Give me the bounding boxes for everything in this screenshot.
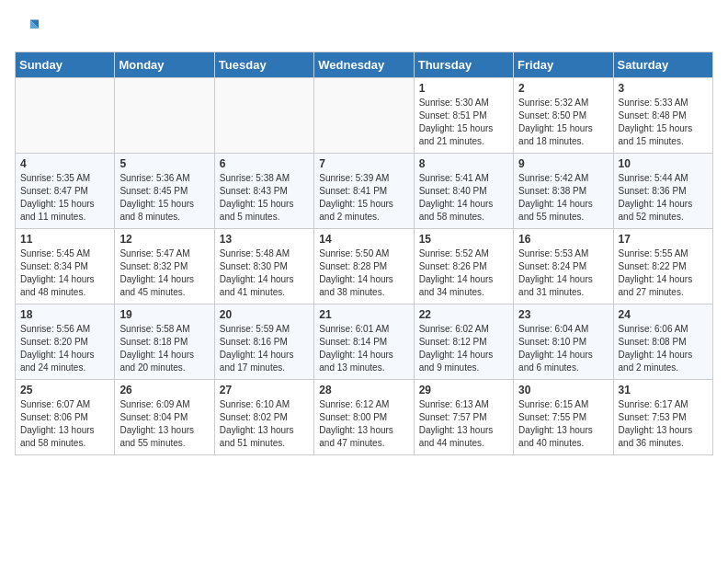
calendar-cell xyxy=(314,78,414,154)
calendar-cell: 4Sunrise: 5:35 AM Sunset: 8:47 PM Daylig… xyxy=(16,154,115,229)
weekday-header: Thursday xyxy=(414,52,513,78)
day-number: 1 xyxy=(419,82,508,95)
page-header xyxy=(15,15,713,40)
calendar-cell: 22Sunrise: 6:02 AM Sunset: 8:12 PM Dayli… xyxy=(414,304,513,380)
day-number: 13 xyxy=(220,233,309,246)
calendar-cell: 28Sunrise: 6:12 AM Sunset: 8:00 PM Dayli… xyxy=(314,380,414,455)
day-number: 8 xyxy=(419,157,508,170)
day-info: Sunrise: 5:50 AM Sunset: 8:28 PM Dayligh… xyxy=(319,247,408,299)
calendar-cell: 31Sunrise: 6:17 AM Sunset: 7:53 PM Dayli… xyxy=(613,380,712,455)
day-info: Sunrise: 5:42 AM Sunset: 8:38 PM Dayligh… xyxy=(518,172,608,224)
day-number: 16 xyxy=(518,233,608,246)
day-info: Sunrise: 5:56 AM Sunset: 8:20 PM Dayligh… xyxy=(20,323,109,374)
calendar-cell: 27Sunrise: 6:10 AM Sunset: 8:02 PM Dayli… xyxy=(214,380,313,455)
day-number: 10 xyxy=(619,157,708,170)
day-info: Sunrise: 5:48 AM Sunset: 8:30 PM Dayligh… xyxy=(220,247,309,299)
day-number: 3 xyxy=(619,82,708,95)
day-number: 21 xyxy=(319,308,408,321)
calendar-cell: 1Sunrise: 5:30 AM Sunset: 8:51 PM Daylig… xyxy=(414,78,513,154)
weekday-header: Monday xyxy=(115,52,214,78)
calendar-cell: 14Sunrise: 5:50 AM Sunset: 8:28 PM Dayli… xyxy=(314,229,414,304)
day-info: Sunrise: 5:30 AM Sunset: 8:51 PM Dayligh… xyxy=(419,97,508,148)
day-number: 9 xyxy=(518,157,608,170)
day-info: Sunrise: 5:44 AM Sunset: 8:36 PM Dayligh… xyxy=(619,172,708,224)
day-number: 14 xyxy=(319,233,408,246)
calendar-cell: 15Sunrise: 5:52 AM Sunset: 8:26 PM Dayli… xyxy=(414,229,513,304)
day-number: 6 xyxy=(220,157,309,170)
day-info: Sunrise: 6:02 AM Sunset: 8:12 PM Dayligh… xyxy=(419,323,508,374)
calendar-week-row: 4Sunrise: 5:35 AM Sunset: 8:47 PM Daylig… xyxy=(16,154,713,229)
day-number: 24 xyxy=(619,308,708,321)
day-info: Sunrise: 6:06 AM Sunset: 8:08 PM Dayligh… xyxy=(619,323,708,374)
calendar-cell: 17Sunrise: 5:55 AM Sunset: 8:22 PM Dayli… xyxy=(613,229,712,304)
calendar-cell: 20Sunrise: 5:59 AM Sunset: 8:16 PM Dayli… xyxy=(214,304,313,380)
day-number: 7 xyxy=(319,157,408,170)
calendar-cell: 11Sunrise: 5:45 AM Sunset: 8:34 PM Dayli… xyxy=(16,229,115,304)
day-number: 20 xyxy=(220,308,309,321)
day-info: Sunrise: 5:36 AM Sunset: 8:45 PM Dayligh… xyxy=(119,172,209,224)
calendar-cell: 26Sunrise: 6:09 AM Sunset: 8:04 PM Dayli… xyxy=(115,380,214,455)
day-number: 4 xyxy=(20,157,109,170)
calendar-cell xyxy=(115,78,214,154)
calendar-cell: 19Sunrise: 5:58 AM Sunset: 8:18 PM Dayli… xyxy=(115,304,214,380)
calendar-week-row: 25Sunrise: 6:07 AM Sunset: 8:06 PM Dayli… xyxy=(16,380,713,455)
day-info: Sunrise: 5:45 AM Sunset: 8:34 PM Dayligh… xyxy=(20,247,109,299)
calendar-cell: 10Sunrise: 5:44 AM Sunset: 8:36 PM Dayli… xyxy=(613,154,712,229)
calendar-cell: 7Sunrise: 5:39 AM Sunset: 8:41 PM Daylig… xyxy=(314,154,414,229)
day-info: Sunrise: 6:15 AM Sunset: 7:55 PM Dayligh… xyxy=(518,398,608,450)
day-info: Sunrise: 6:17 AM Sunset: 7:53 PM Dayligh… xyxy=(619,398,708,450)
day-info: Sunrise: 5:33 AM Sunset: 8:48 PM Dayligh… xyxy=(619,97,708,148)
day-number: 29 xyxy=(419,384,508,396)
calendar-cell: 18Sunrise: 5:56 AM Sunset: 8:20 PM Dayli… xyxy=(16,304,115,380)
calendar-cell: 13Sunrise: 5:48 AM Sunset: 8:30 PM Dayli… xyxy=(214,229,313,304)
day-info: Sunrise: 6:01 AM Sunset: 8:14 PM Dayligh… xyxy=(319,323,408,374)
calendar-week-row: 11Sunrise: 5:45 AM Sunset: 8:34 PM Dayli… xyxy=(16,229,713,304)
calendar-cell: 23Sunrise: 6:04 AM Sunset: 8:10 PM Dayli… xyxy=(514,304,613,380)
day-info: Sunrise: 5:38 AM Sunset: 8:43 PM Dayligh… xyxy=(220,172,309,224)
calendar-cell: 12Sunrise: 5:47 AM Sunset: 8:32 PM Dayli… xyxy=(115,229,214,304)
day-info: Sunrise: 6:04 AM Sunset: 8:10 PM Dayligh… xyxy=(518,323,608,374)
day-number: 2 xyxy=(518,82,608,95)
calendar-cell: 3Sunrise: 5:33 AM Sunset: 8:48 PM Daylig… xyxy=(613,78,712,154)
calendar-cell: 29Sunrise: 6:13 AM Sunset: 7:57 PM Dayli… xyxy=(414,380,513,455)
day-info: Sunrise: 5:39 AM Sunset: 8:41 PM Dayligh… xyxy=(319,172,408,224)
day-info: Sunrise: 5:59 AM Sunset: 8:16 PM Dayligh… xyxy=(220,323,309,374)
day-number: 22 xyxy=(419,308,508,321)
day-number: 12 xyxy=(119,233,209,246)
calendar-cell: 25Sunrise: 6:07 AM Sunset: 8:06 PM Dayli… xyxy=(16,380,115,455)
calendar-week-row: 1Sunrise: 5:30 AM Sunset: 8:51 PM Daylig… xyxy=(16,78,713,154)
day-number: 25 xyxy=(20,384,109,396)
calendar-cell: 24Sunrise: 6:06 AM Sunset: 8:08 PM Dayli… xyxy=(613,304,712,380)
day-info: Sunrise: 6:13 AM Sunset: 7:57 PM Dayligh… xyxy=(419,398,508,450)
day-info: Sunrise: 5:41 AM Sunset: 8:40 PM Dayligh… xyxy=(419,172,508,224)
weekday-header: Sunday xyxy=(16,52,115,78)
day-info: Sunrise: 6:07 AM Sunset: 8:06 PM Dayligh… xyxy=(20,398,109,450)
day-info: Sunrise: 5:55 AM Sunset: 8:22 PM Dayligh… xyxy=(619,247,708,299)
day-info: Sunrise: 6:10 AM Sunset: 8:02 PM Dayligh… xyxy=(220,398,309,450)
day-info: Sunrise: 5:47 AM Sunset: 8:32 PM Dayligh… xyxy=(119,247,209,299)
calendar-table: SundayMondayTuesdayWednesdayThursdayFrid… xyxy=(15,52,713,455)
calendar-cell: 2Sunrise: 5:32 AM Sunset: 8:50 PM Daylig… xyxy=(514,78,613,154)
logo xyxy=(15,15,44,40)
weekday-header: Wednesday xyxy=(314,52,414,78)
day-number: 26 xyxy=(119,384,209,396)
calendar-body: 1Sunrise: 5:30 AM Sunset: 8:51 PM Daylig… xyxy=(16,78,713,455)
calendar-cell: 6Sunrise: 5:38 AM Sunset: 8:43 PM Daylig… xyxy=(214,154,313,229)
day-info: Sunrise: 5:35 AM Sunset: 8:47 PM Dayligh… xyxy=(20,172,109,224)
weekday-header: Tuesday xyxy=(214,52,313,78)
day-info: Sunrise: 5:32 AM Sunset: 8:50 PM Dayligh… xyxy=(518,97,608,148)
day-number: 15 xyxy=(419,233,508,246)
calendar-week-row: 18Sunrise: 5:56 AM Sunset: 8:20 PM Dayli… xyxy=(16,304,713,380)
calendar-cell: 9Sunrise: 5:42 AM Sunset: 8:38 PM Daylig… xyxy=(514,154,613,229)
logo-icon xyxy=(15,15,40,40)
calendar-header-row: SundayMondayTuesdayWednesdayThursdayFrid… xyxy=(16,52,713,78)
day-number: 11 xyxy=(20,233,109,246)
day-info: Sunrise: 6:12 AM Sunset: 8:00 PM Dayligh… xyxy=(319,398,408,450)
day-number: 5 xyxy=(119,157,209,170)
day-info: Sunrise: 6:09 AM Sunset: 8:04 PM Dayligh… xyxy=(119,398,209,450)
day-info: Sunrise: 5:52 AM Sunset: 8:26 PM Dayligh… xyxy=(419,247,508,299)
day-info: Sunrise: 5:58 AM Sunset: 8:18 PM Dayligh… xyxy=(119,323,209,374)
calendar-cell: 16Sunrise: 5:53 AM Sunset: 8:24 PM Dayli… xyxy=(514,229,613,304)
day-number: 27 xyxy=(220,384,309,396)
day-number: 30 xyxy=(518,384,608,396)
